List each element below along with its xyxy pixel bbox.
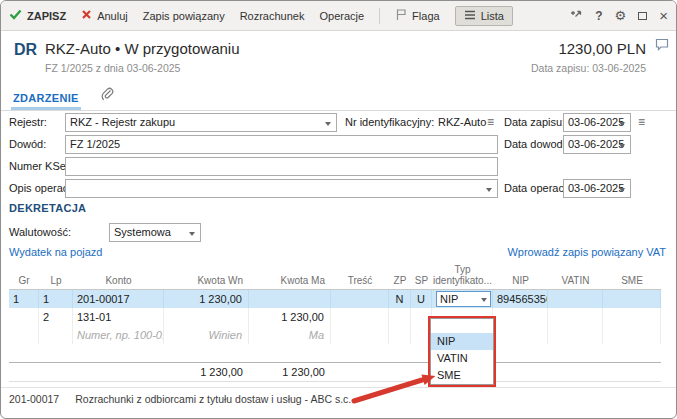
sum-kwota-ma: 1 230,00 bbox=[249, 363, 331, 381]
walutowosc-combo[interactable]: Systemowa bbox=[109, 223, 201, 242]
hamburger-icon bbox=[464, 10, 476, 22]
data-operacji-label: Data operacji: bbox=[504, 179, 572, 198]
data-zapisu-value: 03-06-2025 bbox=[568, 116, 624, 128]
data-zapisu-label: Data zapisu: bbox=[504, 113, 565, 132]
help-icon[interactable]: ? bbox=[595, 9, 602, 23]
col-lp[interactable]: Lp bbox=[39, 263, 73, 289]
col-sp[interactable]: SP bbox=[411, 263, 432, 289]
cell-vatin bbox=[548, 308, 603, 326]
data-zapisu-menu-icon[interactable]: ≡ bbox=[638, 113, 645, 132]
col-gr[interactable]: Gr bbox=[9, 263, 39, 289]
col-konto[interactable]: Konto bbox=[73, 263, 164, 289]
table-new-row[interactable]: Numer, np. 100-01 Winien Ma bbox=[9, 326, 661, 344]
paperclip-icon[interactable] bbox=[101, 87, 114, 110]
cell-ma-placeholder[interactable]: Ma bbox=[249, 326, 331, 344]
cell-kwota-ma: 1 230,00 bbox=[249, 308, 331, 326]
sum-spacer bbox=[73, 363, 164, 381]
cell-konto: 131-01 bbox=[73, 308, 164, 326]
dowod-label: Dowód: bbox=[9, 135, 46, 154]
sum-spacer bbox=[493, 363, 548, 381]
dowod-input[interactable]: FZ 1/2025 bbox=[65, 135, 498, 154]
data-dowodu-value: 03-06-2025 bbox=[568, 138, 624, 150]
col-kwota-ma[interactable]: Kwota Ma bbox=[249, 263, 331, 289]
cell-lp: 2 bbox=[39, 308, 73, 326]
col-vatin[interactable]: VATIN bbox=[548, 263, 603, 289]
doc-type-badge: DR bbox=[14, 41, 37, 59]
list-label: Lista bbox=[481, 10, 504, 22]
list-button[interactable]: Lista bbox=[455, 6, 513, 26]
table-sum-row: 1 230,00 1 230,00 bbox=[9, 362, 661, 382]
chevron-down-icon bbox=[619, 188, 625, 192]
cancel-button[interactable]: Anuluj bbox=[81, 9, 128, 22]
flag-button[interactable]: Flaga bbox=[395, 8, 440, 23]
nr-id-menu-icon[interactable]: ≡ bbox=[487, 113, 494, 132]
page-title: RKZ-Auto • W przygotowaniu bbox=[45, 40, 240, 57]
col-zp[interactable]: ZP bbox=[389, 263, 411, 289]
cell-nip bbox=[493, 308, 548, 326]
chevron-down-icon bbox=[486, 188, 492, 192]
operations-button[interactable]: Operacje bbox=[319, 10, 364, 22]
save-button[interactable]: ZAPISZ bbox=[9, 9, 66, 22]
gear-icon[interactable]: ⚙ bbox=[615, 9, 627, 22]
numer-ksef-input[interactable] bbox=[65, 157, 498, 176]
tab-bar: ZDARZENIE bbox=[1, 87, 676, 111]
table-header-row: Gr Lp Konto Kwota Wn Kwota Ma Treść ZP S… bbox=[9, 263, 661, 290]
sum-spacer bbox=[39, 363, 73, 381]
cell-typ: NIP bbox=[432, 290, 493, 308]
cell-konto-placeholder[interactable]: Numer, np. 100-01 bbox=[73, 326, 164, 344]
toolbar-separator bbox=[379, 8, 380, 24]
cell-gr: 1 bbox=[9, 290, 39, 308]
flag-icon bbox=[395, 8, 407, 23]
section-title-dekretacja: DEKRETACJA bbox=[9, 202, 86, 214]
chevron-down-icon bbox=[619, 144, 625, 148]
col-tresc[interactable]: Treść bbox=[331, 263, 389, 289]
col-sme[interactable]: SME bbox=[603, 263, 661, 289]
cell-zp bbox=[389, 308, 411, 326]
close-icon[interactable]: × bbox=[659, 9, 668, 22]
cell-sp bbox=[411, 326, 432, 344]
settlement-label: Rozrachunek bbox=[240, 10, 305, 22]
data-operacji-picker[interactable]: 03-06-2025 bbox=[563, 179, 631, 198]
dropdown-option-nip[interactable]: NIP bbox=[431, 333, 493, 350]
check-icon bbox=[9, 9, 22, 22]
cell-konto: 201-00017 bbox=[73, 290, 164, 308]
decree-table: Gr Lp Konto Kwota Wn Kwota Ma Treść ZP S… bbox=[9, 263, 661, 382]
pin-icon[interactable] bbox=[569, 8, 583, 24]
col-kwota-wn[interactable]: Kwota Wn bbox=[164, 263, 249, 289]
tab-zdarzenie[interactable]: ZDARZENIE bbox=[11, 88, 81, 110]
vehicle-expense-link[interactable]: Wydatek na pojazd bbox=[9, 246, 102, 258]
sum-spacer bbox=[603, 363, 661, 381]
opis-operacji-combo[interactable] bbox=[65, 179, 498, 198]
col-typ-identyfikatora[interactable]: Typ identyfikato... bbox=[432, 263, 493, 289]
chevron-down-icon bbox=[619, 122, 625, 126]
dropdown-blank-option[interactable] bbox=[431, 319, 493, 333]
table-row[interactable]: 2 131-01 1 230,00 bbox=[9, 308, 661, 326]
cell-zp: N bbox=[389, 290, 411, 308]
table-empty-space bbox=[9, 344, 661, 362]
vat-related-entry-link[interactable]: Wprowadź zapis powiązany VAT bbox=[507, 246, 666, 258]
chevron-down-icon bbox=[481, 298, 487, 302]
cell-wn-placeholder[interactable]: Winien bbox=[164, 326, 249, 344]
save-date-text: Data zapisu: 03-06-2025 bbox=[531, 62, 646, 74]
cell-tresc bbox=[331, 308, 389, 326]
typ-identyfikatora-combo[interactable]: NIP bbox=[436, 291, 491, 307]
data-dowodu-label: Data dowodu: bbox=[504, 135, 572, 154]
note-icon[interactable] bbox=[655, 37, 669, 55]
nr-id-value[interactable]: RKZ-Auto bbox=[438, 113, 486, 132]
maximize-icon[interactable] bbox=[638, 12, 647, 20]
amount-total: 1230,00 PLN bbox=[558, 40, 646, 57]
data-zapisu-picker[interactable]: 03-06-2025 bbox=[563, 113, 631, 132]
cell-sp: U bbox=[411, 290, 432, 308]
table-row[interactable]: 1 1 201-00017 1 230,00 N U NIP 894565356… bbox=[9, 290, 661, 308]
related-entry-button[interactable]: Zapis powiązany bbox=[143, 10, 225, 22]
col-nip[interactable]: NIP bbox=[493, 263, 548, 289]
app-window: ZAPISZ Anuluj Zapis powiązany Rozrachune… bbox=[0, 0, 677, 419]
operations-label: Operacje bbox=[319, 10, 364, 22]
x-icon bbox=[81, 9, 92, 22]
data-dowodu-picker[interactable]: 03-06-2025 bbox=[563, 135, 631, 154]
rejestr-combo[interactable]: RKZ - Rejestr zakupu bbox=[65, 113, 337, 132]
settlement-button[interactable]: Rozrachunek bbox=[240, 10, 305, 22]
cell-sme bbox=[603, 290, 661, 308]
cell-kwota-wn: 1 230,00 bbox=[164, 290, 249, 308]
rejestr-value: RKZ - Rejestr zakupu bbox=[70, 116, 175, 128]
